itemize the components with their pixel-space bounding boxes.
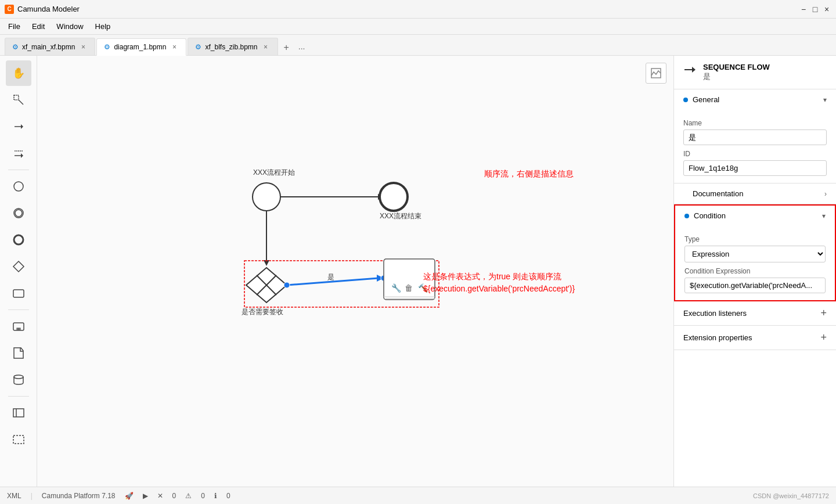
documentation-chevron: › [824, 190, 827, 198]
name-input[interactable] [683, 129, 827, 145]
svg-point-26 [380, 183, 408, 211]
condition-dot [684, 214, 689, 218]
statusbar: XML | Camunda Platform 7.18 🚀 ▶ ✕ 0 ⚠ 0 … [0, 487, 836, 504]
condition-expression-input[interactable] [684, 278, 826, 293]
menu-window[interactable]: Window [51, 20, 89, 33]
xml-label[interactable]: XML [7, 492, 21, 500]
condition-body: Type Expression Script Condition Express… [675, 226, 835, 300]
svg-rect-19 [13, 409, 24, 417]
pool-button[interactable] [6, 400, 31, 426]
execution-listeners-add-icon[interactable]: + [820, 307, 827, 319]
global-connect-button[interactable] [6, 141, 31, 166]
connect-tool-button[interactable] [6, 114, 31, 139]
right-panel: SEQUENCE FLOW 是 General ▾ Name ID Docume… [673, 56, 836, 487]
execution-listeners-section[interactable]: Execution listeners + [674, 301, 836, 326]
panel-title: SEQUENCE FLOW [703, 63, 770, 71]
tab-close-1[interactable]: × [78, 42, 88, 52]
panel-header-text: SEQUENCE FLOW 是 [703, 63, 770, 82]
id-input[interactable] [683, 160, 827, 176]
annotation-text-1: 顺序流，右侧是描述信息 [484, 169, 574, 179]
documentation-section: Documentation › [674, 183, 836, 204]
tab-icon-3: ⚙ [195, 43, 201, 51]
warning-count: 0 [201, 492, 205, 500]
tab-xf-main[interactable]: ⚙ xf_main_xf.bpmn × [5, 38, 95, 55]
tab-icon: ⚙ [12, 43, 19, 51]
svg-text:🔧: 🔧 [391, 283, 402, 293]
svg-marker-44 [692, 67, 696, 73]
bpmn-canvas[interactable]: XXX流程开始 XXX流程结束 是否需要签收 是 [37, 56, 673, 487]
panel-subtitle: 是 [703, 71, 770, 82]
svg-point-18 [14, 375, 23, 379]
documentation-section-header[interactable]: Documentation › [674, 183, 836, 204]
svg-text:🗑: 🗑 [405, 283, 413, 293]
titlebar: C Camunda Modeler − □ × [0, 0, 836, 19]
tab-label-3: xf_blfs_zib.bpmn [205, 43, 257, 51]
svg-point-9 [15, 210, 22, 217]
group-button[interactable] [6, 427, 31, 452]
menubar: File Edit Window Help [0, 19, 836, 35]
svg-rect-21 [13, 435, 24, 444]
annotation-text-2: 这是条件表达式，为true 则走该顺序流${execution.getVaria… [423, 271, 575, 295]
type-label: Type [684, 235, 826, 243]
panel-header: SEQUENCE FLOW 是 [674, 56, 836, 89]
info-count: 0 [226, 492, 230, 500]
tab-label: xf_main_xf.bpmn [22, 43, 75, 51]
condition-title: Condition [694, 211, 822, 220]
tab-close-2[interactable]: × [170, 42, 179, 52]
app-title: Camunda Modeler [17, 5, 799, 13]
svg-marker-17 [14, 348, 23, 358]
id-label: ID [683, 150, 827, 158]
svg-point-34 [284, 282, 290, 288]
general-section: General ▾ Name ID [674, 89, 836, 183]
minimize-button[interactable]: − [799, 5, 808, 14]
close-button[interactable]: × [822, 5, 831, 14]
start-event-button[interactable] [6, 174, 31, 199]
general-title: General [693, 95, 823, 104]
end-event-button[interactable] [6, 227, 31, 253]
data-store-button[interactable] [6, 367, 31, 393]
intermediate-event-button[interactable] [6, 200, 31, 226]
menu-edit[interactable]: Edit [26, 20, 51, 33]
svg-marker-11 [13, 261, 24, 272]
hand-tool-button[interactable]: ✋ [6, 60, 31, 86]
maximize-button[interactable]: □ [810, 5, 820, 14]
extension-properties-section[interactable]: Extension properties + [674, 326, 836, 350]
end-event-label: XXX流程结束 [380, 212, 421, 220]
name-label: Name [683, 119, 827, 127]
extension-properties-add-icon[interactable]: + [820, 332, 827, 344]
svg-line-1 [19, 100, 23, 105]
svg-marker-6 [21, 153, 23, 158]
expression-label: Condition Expression [684, 267, 826, 275]
play-button[interactable]: ▶ [143, 492, 148, 500]
tab-add-button[interactable]: + [279, 40, 294, 55]
lasso-tool-button[interactable] [6, 87, 31, 113]
tab-xf-blfs[interactable]: ⚙ xf_blfs_zib.bpmn × [188, 38, 278, 55]
tab-icon-2: ⚙ [104, 43, 110, 51]
tab-more-button[interactable]: ··· [294, 41, 310, 55]
general-body: Name ID [674, 110, 836, 183]
sequence-flow-icon [683, 63, 697, 77]
subprocess-button[interactable] [6, 314, 31, 339]
window-controls: − □ × [799, 5, 831, 14]
app-icon: C [5, 5, 14, 14]
gateway-button[interactable] [6, 254, 31, 279]
documentation-title: Documentation [683, 189, 824, 198]
start-event-label: XXX流程开始 [253, 168, 295, 177]
menu-help[interactable]: Help [89, 20, 117, 33]
tab-close-3[interactable]: × [261, 42, 271, 52]
tab-label-2: diagram_1.bpmn [114, 43, 166, 51]
general-chevron: ▾ [823, 96, 827, 104]
data-object-button[interactable] [6, 340, 31, 366]
main-layout: ✋ [0, 56, 836, 487]
condition-section: Condition ▾ Type Expression Script Condi… [674, 204, 836, 301]
error-count: 0 [172, 492, 176, 500]
seq-flow-label: 是 [327, 273, 334, 281]
task-button[interactable] [6, 280, 31, 306]
menu-file[interactable]: File [2, 20, 26, 33]
platform-label: Camunda Platform 7.18 [42, 492, 116, 500]
status-ship-icon: 🚀 [125, 492, 134, 500]
general-section-header[interactable]: General ▾ [674, 89, 836, 110]
tab-diagram1[interactable]: ⚙ diagram_1.bpmn × [96, 38, 186, 56]
type-select[interactable]: Expression Script [684, 246, 826, 262]
condition-section-header[interactable]: Condition ▾ [675, 206, 835, 226]
